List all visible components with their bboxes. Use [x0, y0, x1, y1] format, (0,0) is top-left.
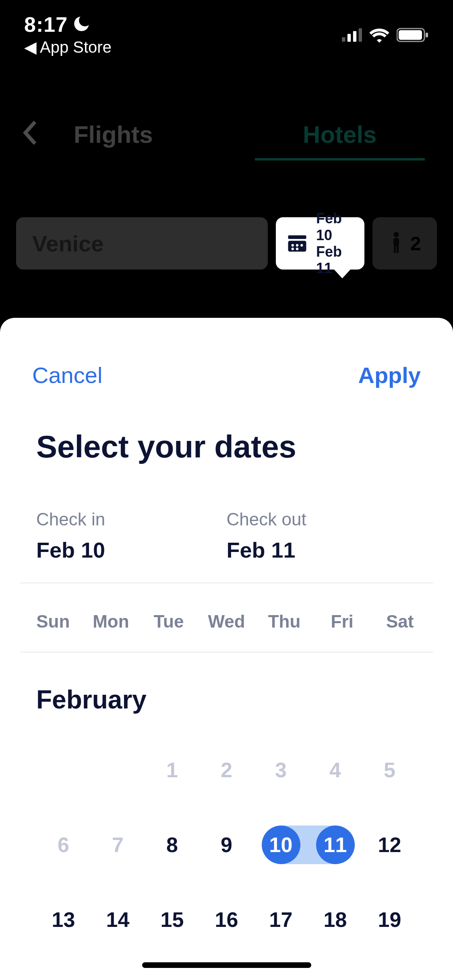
destination-value: Venice — [32, 231, 103, 257]
calendar-day: 7 — [91, 826, 145, 864]
sheet-title: Select your dates — [0, 388, 453, 465]
dow-cell: Sat — [371, 611, 429, 632]
calendar-day[interactable]: 18 — [308, 900, 362, 939]
do-not-disturb-icon — [72, 15, 90, 34]
dow-cell: Sun — [24, 611, 82, 632]
guests-count: 2 — [410, 233, 421, 255]
dow-cell: Tue — [140, 611, 198, 632]
svg-point-9 — [292, 244, 294, 247]
svg-rect-5 — [399, 30, 422, 40]
calendar-day[interactable]: 24 — [254, 975, 308, 980]
dates-chip[interactable]: Feb 10 Feb 11 — [276, 217, 364, 270]
search-row: Venice Feb 10 Feb 11 2 — [16, 217, 437, 270]
calendar-day[interactable]: 25 — [308, 975, 362, 980]
calendar-day: 3 — [254, 751, 308, 789]
tab-hotels[interactable]: Hotels — [227, 105, 453, 165]
calendar-day: 1 — [145, 751, 199, 789]
calendar-icon — [286, 232, 308, 255]
day-of-week-header: SunMonTueWedThuFriSat — [0, 583, 453, 652]
calendar-day[interactable]: 21 — [91, 975, 145, 980]
date-chip-checkout: Feb 11 — [316, 243, 354, 277]
calendar-day[interactable]: 20 — [36, 975, 91, 980]
svg-point-11 — [300, 244, 303, 247]
tab-flights[interactable]: Flights — [0, 105, 227, 165]
status-bar: 8:17 ◀ App Store — [0, 0, 453, 56]
svg-point-13 — [296, 248, 298, 250]
calendar-day[interactable]: 12 — [362, 826, 417, 864]
category-tabs: Flights Hotels — [0, 105, 453, 165]
person-icon — [389, 231, 404, 255]
svg-point-14 — [393, 232, 399, 237]
svg-rect-7 — [288, 235, 306, 239]
dow-cell: Mon — [82, 611, 140, 632]
back-caret-icon: ◀ — [24, 39, 37, 55]
checkin-label: Check in — [36, 509, 227, 529]
calendar-day: 4 — [308, 751, 362, 789]
calendar-day: 6 — [36, 826, 91, 864]
cellular-signal-icon — [342, 27, 362, 44]
date-chip-checkin: Feb 10 — [316, 210, 354, 243]
calendar-day[interactable]: 17 — [254, 900, 308, 939]
dow-cell: Wed — [198, 611, 256, 632]
svg-point-10 — [296, 244, 298, 247]
svg-rect-16 — [394, 246, 396, 253]
calendar-day[interactable]: 9 — [199, 826, 254, 864]
checkin-value: Feb 10 — [36, 537, 227, 562]
calendar-day[interactable]: 13 — [36, 900, 91, 939]
svg-rect-3 — [359, 28, 362, 41]
home-indicator[interactable] — [142, 962, 311, 968]
svg-rect-0 — [342, 37, 345, 42]
checkout-label: Check out — [227, 509, 417, 529]
apply-button[interactable]: Apply — [358, 362, 421, 388]
calendar-day[interactable]: 16 — [199, 900, 254, 939]
calendar-day[interactable]: 15 — [145, 900, 199, 939]
svg-point-12 — [292, 248, 294, 250]
calendar-day[interactable]: 8 — [145, 826, 199, 864]
return-label: App Store — [40, 38, 112, 56]
date-picker-sheet: Cancel Apply Select your dates Check in … — [0, 318, 453, 980]
svg-rect-6 — [426, 33, 428, 37]
guests-chip[interactable]: 2 — [372, 217, 437, 270]
calendar-day[interactable]: 19 — [362, 900, 417, 939]
svg-rect-17 — [397, 246, 399, 253]
month-name: February — [36, 685, 429, 714]
wifi-icon — [369, 27, 389, 44]
svg-rect-15 — [393, 238, 399, 247]
status-time: 8:17 — [24, 12, 68, 37]
dow-cell: Fri — [313, 611, 371, 632]
checkout-value: Feb 11 — [227, 537, 417, 562]
destination-input[interactable]: Venice — [16, 217, 268, 270]
calendar-day[interactable]: 22 — [145, 975, 199, 980]
calendar-day[interactable]: 26 — [362, 975, 417, 980]
cancel-button[interactable]: Cancel — [32, 362, 102, 388]
calendar-day: 5 — [362, 751, 417, 789]
battery-icon — [397, 27, 429, 45]
return-to-app-store[interactable]: ◀ App Store — [24, 38, 112, 56]
calendar-day[interactable]: 14 — [91, 900, 145, 939]
svg-rect-1 — [348, 34, 351, 41]
calendar-day[interactable]: 11 — [308, 826, 362, 864]
svg-rect-2 — [353, 31, 356, 41]
calendar-day: 2 — [199, 751, 254, 789]
calendar-day[interactable]: 10 — [254, 826, 308, 864]
dow-cell: Thu — [255, 611, 313, 632]
calendar-day[interactable]: 23 — [199, 975, 254, 980]
